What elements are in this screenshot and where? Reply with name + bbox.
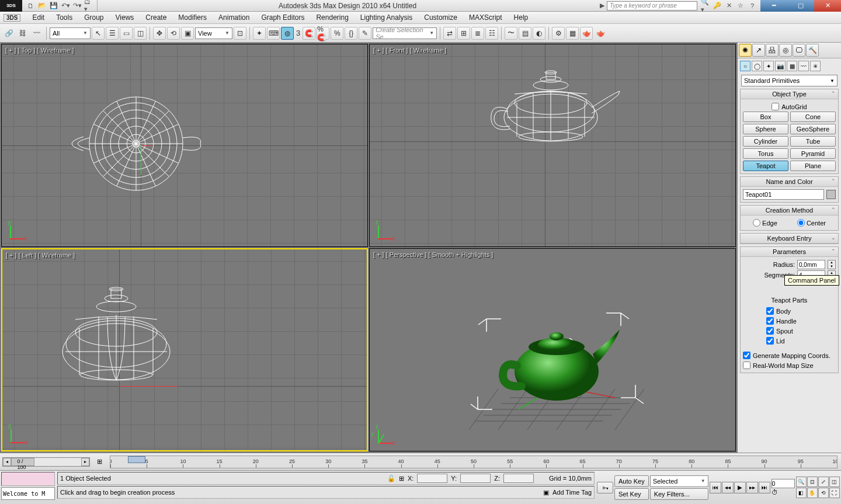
select-region-rect-icon[interactable]: ▭	[120, 27, 133, 40]
project-icon[interactable]: 🗂▾	[84, 1, 93, 11]
time-scroll-thumb[interactable]: 0 / 100	[11, 458, 34, 466]
time-config-icon[interactable]: ⏱	[772, 489, 795, 496]
layer-manager-icon[interactable]: ☷	[485, 27, 498, 40]
rotate-icon[interactable]: ⟲	[167, 27, 180, 40]
help-icon[interactable]: ?	[748, 1, 757, 11]
handle-checkbox[interactable]	[766, 317, 774, 325]
maxscript-listener[interactable]: Welcome to M	[1, 487, 55, 500]
menu-graph-editors[interactable]: Graph Editors	[261, 13, 304, 22]
menu-rendering[interactable]: Rendering	[316, 13, 348, 22]
open-icon[interactable]: 📂	[37, 1, 47, 11]
z-input[interactable]	[503, 474, 534, 483]
motion-tab-icon[interactable]: ◎	[779, 44, 792, 57]
redo-icon[interactable]: ↷▾	[72, 1, 82, 11]
menu-help[interactable]: Help	[514, 13, 529, 22]
keyboard-entry-header[interactable]: Keyboard Entry	[767, 235, 812, 242]
time-ruler[interactable]: 0510152025303540455055606570758085909510…	[110, 456, 837, 468]
geosphere-button[interactable]: GeoSphere	[790, 124, 836, 134]
snap-toggle-icon[interactable]: ◍	[281, 27, 294, 40]
curve-editor-icon[interactable]: 〜	[505, 27, 517, 40]
link-icon[interactable]: 🔗	[2, 27, 15, 40]
object-name-input[interactable]	[743, 189, 824, 200]
macro-recorder[interactable]	[1, 472, 55, 486]
x-input[interactable]	[417, 474, 447, 483]
window-crossing-icon[interactable]: ◫	[134, 27, 147, 40]
geometry-icon[interactable]: ○	[740, 61, 750, 71]
fov-icon[interactable]: ◧	[796, 488, 807, 498]
object-type-header[interactable]: Object Type	[772, 91, 807, 98]
render-setup-icon[interactable]: ⚙	[552, 27, 565, 40]
zoom-extents-all-icon[interactable]: ◫	[829, 477, 840, 487]
lid-checkbox[interactable]	[766, 337, 774, 345]
body-checkbox[interactable]	[766, 307, 774, 315]
color-swatch[interactable]	[826, 190, 836, 199]
cameras-icon[interactable]: 📷	[775, 61, 786, 71]
spout-checkbox[interactable]	[766, 327, 774, 335]
zoom-all-icon[interactable]: ⊡	[807, 477, 818, 487]
maximize-button[interactable]: ▢	[787, 0, 814, 12]
play-icon[interactable]: ▶	[734, 482, 746, 493]
plane-button[interactable]: Plane	[790, 161, 836, 171]
favorites-icon[interactable]: ☆	[736, 1, 745, 11]
scale-icon[interactable]: ▣	[181, 27, 194, 40]
shapes-icon[interactable]: ◯	[752, 61, 762, 71]
pyramid-button[interactable]: Pyramid	[790, 148, 836, 159]
setkey-button[interactable]: Set Key	[614, 488, 649, 500]
named-selection-combo[interactable]: Create Selection Se▼	[373, 27, 437, 39]
menu-animation[interactable]: Animation	[218, 13, 249, 22]
name-color-header[interactable]: Name and Color	[766, 178, 812, 185]
zoom-icon[interactable]: 🔍	[796, 477, 807, 487]
pivot-icon[interactable]: ⊡	[234, 27, 246, 40]
app-logo[interactable]: 3DS	[0, 0, 22, 12]
creation-method-header[interactable]: Creation Method	[766, 207, 813, 214]
coord-display-icon[interactable]: ⊞	[399, 475, 404, 482]
set-key-big-icon[interactable]: 🗝	[597, 482, 613, 493]
radius-spinner[interactable]: ▲▼	[828, 260, 836, 269]
save-icon[interactable]: 💾	[49, 1, 58, 11]
y-input[interactable]	[460, 474, 491, 483]
new-icon[interactable]: 🗋	[26, 1, 35, 11]
add-time-tag[interactable]: Add Time Tag	[552, 489, 592, 496]
comm-icon[interactable]: ✕	[724, 1, 734, 11]
primitives-combo[interactable]: Standard Primitives▼	[741, 75, 837, 86]
named-sel-icon[interactable]: ✎	[359, 27, 371, 40]
keyfilters-button[interactable]: Key Filters...	[650, 488, 708, 500]
menu-edit[interactable]: Edit	[32, 13, 44, 22]
mirror-icon[interactable]: ⇄	[443, 27, 456, 40]
refsys-combo[interactable]: View▼	[195, 27, 232, 39]
binoculars-icon[interactable]: 🔍▾	[701, 1, 710, 11]
lights-icon[interactable]: ✦	[763, 61, 774, 71]
schematic-icon[interactable]: ▤	[519, 27, 531, 40]
utilities-tab-icon[interactable]: 🔨	[806, 44, 819, 57]
comm-center-icon[interactable]: ▣	[543, 489, 549, 496]
timeline-config-icon[interactable]: ⊞	[92, 458, 106, 465]
systems-icon[interactable]: ✳	[810, 61, 821, 71]
move-icon[interactable]: ✥	[153, 27, 166, 40]
viewport-front[interactable]: [ + ] [ Front ] [ Wireframe ] zx	[369, 44, 736, 247]
prev-frame-icon[interactable]: ◂◂	[722, 482, 734, 493]
time-slider[interactable]	[128, 456, 145, 463]
render-icon[interactable]: 🫖	[580, 27, 593, 40]
align-icon[interactable]: ⊞	[457, 27, 470, 40]
teapot-button[interactable]: Teapot	[743, 161, 788, 171]
radius-input[interactable]	[797, 260, 825, 269]
edge-radio[interactable]: Edge	[753, 219, 777, 227]
display-tab-icon[interactable]: 🖵	[793, 44, 805, 57]
keymode-combo[interactable]: Selected▼	[650, 475, 708, 487]
create-tab-icon[interactable]: ✺	[739, 44, 752, 57]
center-radio[interactable]: Center	[797, 219, 826, 227]
viewport-left[interactable]: [ + ] [ Left ] [ Wireframe ] zx	[1, 248, 368, 451]
keyboard-shortcut-icon[interactable]: ⌨	[267, 27, 280, 40]
modify-tab-icon[interactable]: ↗	[752, 44, 765, 57]
select-icon[interactable]: ↖	[92, 27, 105, 40]
tube-button[interactable]: Tube	[790, 136, 836, 147]
unlink-icon[interactable]: ⛓	[16, 27, 29, 40]
render-frame-icon[interactable]: ▦	[566, 27, 579, 40]
spinner-snap-icon[interactable]: %	[331, 27, 343, 40]
box-button[interactable]: Box	[743, 112, 788, 122]
menu-modifiers[interactable]: Modifiers	[178, 13, 207, 22]
viewport-perspective[interactable]: [ + ] [ Perspective ] [ Smooth + Highlig…	[369, 248, 736, 451]
parameters-header[interactable]: Parameters	[773, 248, 806, 255]
spacewarps-icon[interactable]: 〰	[798, 61, 809, 71]
torus-button[interactable]: Torus	[743, 148, 788, 159]
